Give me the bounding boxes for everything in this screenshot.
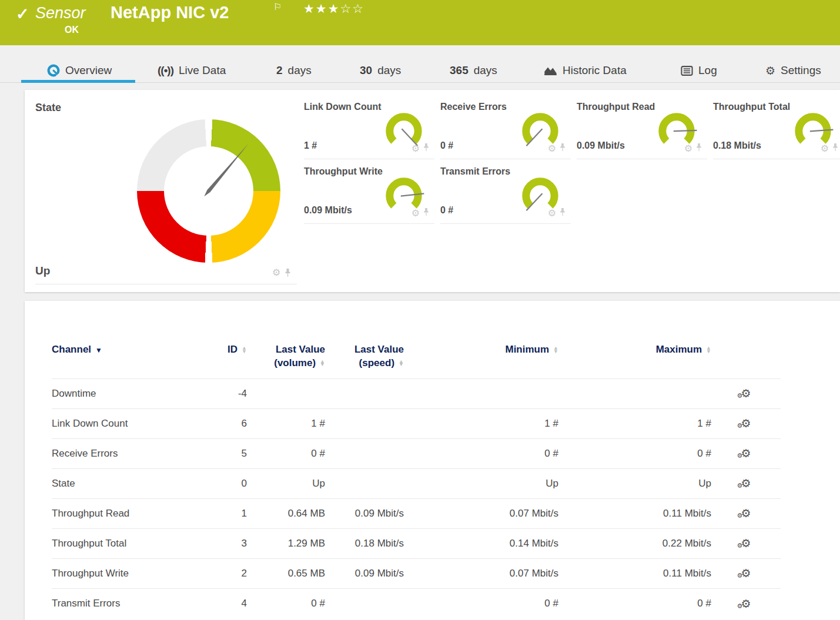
flag-icon[interactable]: ⚐ xyxy=(273,1,282,12)
gauge-label: Transmit Errors xyxy=(440,166,510,177)
gauge-label: Throughput Write xyxy=(304,166,383,177)
gauge-gear-icon[interactable]: ⚙ xyxy=(548,144,556,153)
gauge-gear-icon[interactable]: ⚙ xyxy=(411,209,420,218)
cell-maximum: Up xyxy=(558,468,711,498)
gauge-pin-icon[interactable] xyxy=(423,207,430,219)
state-gear-icon[interactable]: ⚙ xyxy=(272,268,280,277)
cell-minimum: Up xyxy=(404,468,558,498)
log-icon xyxy=(681,66,693,76)
divider xyxy=(304,159,434,159)
table-row-throughput-total: Throughput Total31.29 MB0.18 Mbit/s0.14 … xyxy=(52,528,781,558)
mini-gauge-throughput-read[interactable]: Throughput Read0.09 Mbit/s⚙ xyxy=(577,102,707,158)
cell-last-value-speed xyxy=(325,588,404,618)
table-row-receive-errors: Receive Errors50 #0 #0 #⚙⚙ xyxy=(52,438,781,468)
channel-settings-gears-icon[interactable]: ⚙⚙ xyxy=(741,597,751,611)
cell-id: 3 xyxy=(199,528,247,558)
gauge-value: 1 # xyxy=(304,140,317,151)
cell-id: 0 xyxy=(199,468,247,498)
cell-last-value-volume: Up xyxy=(247,468,325,498)
table-row-state: State0UpUpUp⚙⚙ xyxy=(52,468,781,498)
cell-channel: Transmit Errors xyxy=(52,588,199,618)
gauge-label: Receive Errors xyxy=(440,102,507,112)
cell-maximum: 0.11 Mbit/s xyxy=(558,498,711,528)
gauge-pin-icon[interactable] xyxy=(695,143,702,154)
status-badge: OK xyxy=(65,25,79,35)
tab-overview[interactable]: Overview xyxy=(47,62,112,79)
cell-last-value-speed xyxy=(325,408,404,438)
sort-icon[interactable]: ▲▼ xyxy=(706,347,711,353)
column-header-id[interactable]: ID▲▼ xyxy=(199,301,247,378)
tab-days-30[interactable]: 30days xyxy=(360,62,401,79)
divider xyxy=(304,223,434,224)
tab-log[interactable]: Log xyxy=(681,62,717,79)
cell-channel: Throughput Total xyxy=(52,528,199,558)
state-gauge-title: State xyxy=(35,102,61,114)
gauge-pin-icon[interactable] xyxy=(559,143,566,154)
mini-gauge-receive-errors[interactable]: Receive Errors0 #⚙ xyxy=(440,102,571,158)
table-row-transmit-errors: Transmit Errors40 #0 #0 #⚙⚙ xyxy=(52,588,781,618)
tab-days-365[interactable]: 365days xyxy=(450,62,497,79)
state-gauge[interactable] xyxy=(137,119,280,263)
cell-last-value-volume xyxy=(247,378,325,408)
area-chart-icon xyxy=(544,65,557,76)
priority-stars[interactable]: ★★★☆☆ xyxy=(303,2,364,16)
mini-gauge-throughput-write[interactable]: Throughput Write0.09 Mbit/s⚙ xyxy=(304,166,434,223)
cell-channel: Link Down Count xyxy=(52,408,199,438)
cell-id: 2 xyxy=(199,558,247,588)
mini-gauge-link-down-count[interactable]: Link Down Count1 #⚙ xyxy=(304,102,434,158)
cell-minimum: 0 # xyxy=(404,438,558,468)
mini-gauge-throughput-total[interactable]: Throughput Total0.18 Mbit/s⚙ xyxy=(713,102,840,158)
gauge-gear-icon[interactable]: ⚙ xyxy=(411,144,420,153)
sensor-kicker: Sensor xyxy=(35,4,86,22)
cell-channel: Downtime xyxy=(52,378,199,408)
tab-live-data[interactable]: ((•))Live Data xyxy=(158,62,226,79)
column-header-vol[interactable]: Last Value(volume)▲▼ xyxy=(247,301,325,378)
sort-icon[interactable]: ▲▼ xyxy=(553,347,558,353)
sort-icon[interactable]: ▲▼ xyxy=(242,347,247,353)
mini-gauge-transmit-errors[interactable]: Transmit Errors0 #⚙ xyxy=(440,166,571,223)
column-header-max[interactable]: Maximum▲▼ xyxy=(558,301,711,378)
sort-icon[interactable]: ▲▼ xyxy=(399,360,404,367)
settings-icon: ⚙ xyxy=(765,64,775,78)
state-gauge-value: Up xyxy=(35,264,50,277)
cell-minimum xyxy=(404,378,558,408)
channel-settings-gears-icon[interactable]: ⚙⚙ xyxy=(741,537,751,550)
channel-settings-gears-icon[interactable]: ⚙⚙ xyxy=(741,567,751,580)
column-header-channel[interactable]: Channel▼ xyxy=(52,301,199,378)
sort-icon[interactable]: ▲▼ xyxy=(320,360,325,367)
divider xyxy=(35,284,297,284)
cell-maximum: 0 # xyxy=(558,438,711,468)
column-header-min[interactable]: Minimum▲▼ xyxy=(404,301,558,378)
active-tab-underline xyxy=(21,80,135,83)
sensor-title: NetApp NIC v2 xyxy=(111,3,229,22)
tab-historic-data[interactable]: Historic Data xyxy=(544,62,627,79)
cell-last-value-volume: 1 # xyxy=(247,408,325,438)
gauge-label: Link Down Count xyxy=(304,102,381,112)
gauge-pin-icon[interactable] xyxy=(559,207,566,219)
state-gauge-needle xyxy=(137,119,280,263)
sort-desc-icon[interactable]: ▼ xyxy=(95,346,102,354)
channel-settings-gears-icon[interactable]: ⚙⚙ xyxy=(741,477,751,490)
gauge-pin-icon[interactable] xyxy=(832,143,839,154)
gauge-gear-icon[interactable]: ⚙ xyxy=(684,144,692,153)
cell-last-value-volume: 1.29 MB xyxy=(247,528,325,558)
state-pin-icon[interactable] xyxy=(284,268,292,277)
gauge-pin-icon[interactable] xyxy=(423,143,430,154)
cell-maximum: 1 # xyxy=(558,408,711,438)
table-row-throughput-write: Throughput Write20.65 MB0.09 Mbit/s0.07 … xyxy=(52,558,781,588)
cell-last-value-volume: 0 # xyxy=(247,588,325,618)
column-header-speed[interactable]: Last Value(speed)▲▼ xyxy=(325,301,404,378)
tab-settings[interactable]: ⚙Settings xyxy=(765,62,821,79)
cell-minimum: 0 # xyxy=(404,588,558,618)
channel-settings-gears-icon[interactable]: ⚙⚙ xyxy=(741,507,751,520)
gauge-gear-icon[interactable]: ⚙ xyxy=(821,144,829,153)
channel-settings-gears-icon[interactable]: ⚙⚙ xyxy=(741,447,751,460)
sensor-header: ✓ Sensor NetApp NIC v2 ⚐ ★★★☆☆ OK xyxy=(0,0,840,45)
channel-settings-gears-icon[interactable]: ⚙⚙ xyxy=(741,387,751,400)
channel-table: Channel▼ID▲▼Last Value(volume)▲▼Last Val… xyxy=(52,301,781,618)
channel-settings-gears-icon[interactable]: ⚙⚙ xyxy=(741,417,751,430)
gauge-gear-icon[interactable]: ⚙ xyxy=(548,209,556,218)
tab-days-2[interactable]: 2days xyxy=(276,62,312,79)
cell-maximum: 0 # xyxy=(558,588,711,618)
cell-id: -4 xyxy=(199,378,247,408)
